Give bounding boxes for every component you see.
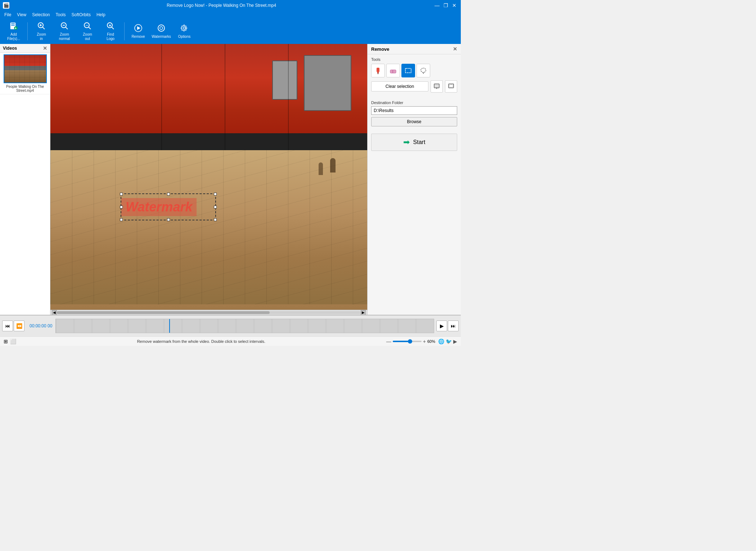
destination-folder-input[interactable] xyxy=(371,106,457,115)
scroll-thumb[interactable] xyxy=(57,311,270,314)
timeline-marks xyxy=(56,319,434,333)
lasso-tool-button[interactable] xyxy=(417,64,430,77)
resize-handle-bottommid[interactable] xyxy=(167,218,170,221)
videos-panel: Videos ✕ People Walking On The Street.mp… xyxy=(0,44,50,315)
browse-button[interactable]: Browse xyxy=(371,117,457,126)
resize-handle-topleft[interactable] xyxy=(120,193,123,196)
options-icon xyxy=(180,24,189,34)
menubar: File View Selection Tools SoftOrbits Hel… xyxy=(0,11,461,19)
select-crop-button[interactable] xyxy=(445,80,457,93)
resize-handle-bottomleft[interactable] xyxy=(120,218,123,221)
zoom-decrease-button[interactable]: — xyxy=(386,339,391,344)
eraser-tool-button[interactable] xyxy=(386,64,400,77)
destination-section: Destination Folder Browse xyxy=(368,98,461,129)
add-files-button[interactable]: + AddFile(s)... xyxy=(3,21,24,42)
rect-icon xyxy=(405,67,412,74)
watermarks-button[interactable]: Watermarks xyxy=(150,21,172,42)
timeline-playhead[interactable] xyxy=(169,319,170,333)
menu-view[interactable]: View xyxy=(14,12,29,18)
svg-text:−: − xyxy=(85,22,88,28)
zoom-increase-button[interactable]: + xyxy=(423,339,426,344)
svg-rect-36 xyxy=(449,85,453,87)
timeline-track[interactable] xyxy=(55,319,434,333)
titlebar: 🎬 Remove Logo Now! - People Walking On T… xyxy=(0,0,461,11)
marker-tool-button[interactable] xyxy=(371,64,385,77)
destination-folder-label: Destination Folder xyxy=(371,100,457,105)
videos-panel-close[interactable]: ✕ xyxy=(43,45,47,51)
clear-selection-button[interactable]: Clear selection xyxy=(371,81,428,91)
scroll-right-arrow[interactable]: ▶ xyxy=(361,310,366,315)
select-crop-icon xyxy=(448,83,454,90)
svg-rect-2 xyxy=(11,25,15,26)
menu-tools[interactable]: Tools xyxy=(53,12,69,18)
horizontal-scrollbar[interactable]: ◀ ▶ xyxy=(50,310,367,315)
watermark-selection-box[interactable]: Watermark xyxy=(121,193,216,220)
start-label: Start xyxy=(413,139,426,145)
play-button[interactable]: ▶ xyxy=(436,321,447,331)
videos-panel-title: Videos xyxy=(3,46,17,51)
remove-button[interactable]: Remove xyxy=(127,21,149,42)
zoom-out-button[interactable]: − Zoomout xyxy=(77,21,98,42)
statusbar-icon2: ⬜ xyxy=(10,339,16,344)
remove-label: Remove xyxy=(131,35,145,39)
scroll-left-arrow[interactable]: ◀ xyxy=(52,310,57,315)
app-icon: 🎬 xyxy=(3,2,9,9)
add-files-label: AddFile(s)... xyxy=(7,32,20,41)
zoom-in-label: Zoomin xyxy=(37,32,46,41)
zoom-thumb[interactable] xyxy=(408,339,412,344)
svg-line-10 xyxy=(66,27,68,30)
start-button[interactable]: ➡ Start xyxy=(371,134,457,151)
scroll-track[interactable] xyxy=(57,311,361,314)
zoom-slider[interactable] xyxy=(393,341,422,342)
close-button[interactable]: ✕ xyxy=(451,2,458,9)
watermarks-icon xyxy=(157,24,166,34)
youtube-icon[interactable]: ▶ xyxy=(453,339,457,344)
zoom-out-icon: − xyxy=(83,22,92,32)
eraser-icon xyxy=(390,67,397,74)
zoom-normal-button[interactable]: Zoomnormal xyxy=(54,21,75,42)
svg-rect-26 xyxy=(390,70,396,73)
restore-button[interactable]: ❐ xyxy=(442,2,449,9)
tools-section: Tools xyxy=(368,54,461,98)
prev-frame-button[interactable]: ⏪ xyxy=(14,321,24,331)
menu-file[interactable]: File xyxy=(1,12,14,18)
remove-panel-close[interactable]: ✕ xyxy=(453,46,457,52)
zoom-controls: — + 60% xyxy=(386,339,435,344)
resize-handle-bottomright[interactable] xyxy=(214,218,217,221)
select-screen-button[interactable] xyxy=(431,80,443,93)
zoom-in-button[interactable]: Zoomin xyxy=(31,21,52,42)
menu-selection[interactable]: Selection xyxy=(29,12,53,18)
cobblestone-ground xyxy=(50,150,367,304)
svg-line-6 xyxy=(43,27,45,30)
train-body xyxy=(50,44,367,156)
menu-help[interactable]: Help xyxy=(94,12,108,18)
video-canvas[interactable]: Watermark xyxy=(50,44,367,310)
video-name: People Walking On The Street.mp4 xyxy=(6,85,44,93)
resize-handle-topright[interactable] xyxy=(214,193,217,196)
facebook-icon[interactable]: 🌐 xyxy=(438,339,444,344)
remove-icon xyxy=(134,24,143,34)
main-area: Videos ✕ People Walking On The Street.mp… xyxy=(0,44,461,315)
svg-text:+: + xyxy=(15,26,17,30)
svg-line-16 xyxy=(112,27,114,30)
svg-rect-32 xyxy=(435,84,439,88)
minimize-button[interactable]: — xyxy=(433,2,441,9)
rect-tool-button[interactable] xyxy=(401,64,415,77)
skip-back-button[interactable]: ⏮ xyxy=(2,321,13,331)
video-item[interactable]: People Walking On The Street.mp4 xyxy=(0,53,50,94)
resize-handle-topmid[interactable] xyxy=(167,193,170,196)
zoom-level-label: 60% xyxy=(427,339,435,344)
twitter-icon[interactable]: 🐦 xyxy=(446,339,452,344)
remove-panel-title: Remove xyxy=(371,46,390,52)
tools-label: Tools xyxy=(371,57,457,62)
toolbar-separator-2 xyxy=(124,22,125,40)
remove-panel: Remove ✕ Tools xyxy=(367,44,461,315)
tools-row xyxy=(371,64,457,77)
svg-point-20 xyxy=(158,25,165,31)
options-button[interactable]: Options xyxy=(174,21,195,42)
skip-forward-button[interactable]: ⏭ xyxy=(448,321,459,331)
resize-handle-midright[interactable] xyxy=(214,206,217,209)
resize-handle-midleft[interactable] xyxy=(120,206,123,209)
find-logo-button[interactable]: ★ FindLogo xyxy=(100,21,121,42)
menu-softorbits[interactable]: SoftOrbits xyxy=(69,12,94,18)
